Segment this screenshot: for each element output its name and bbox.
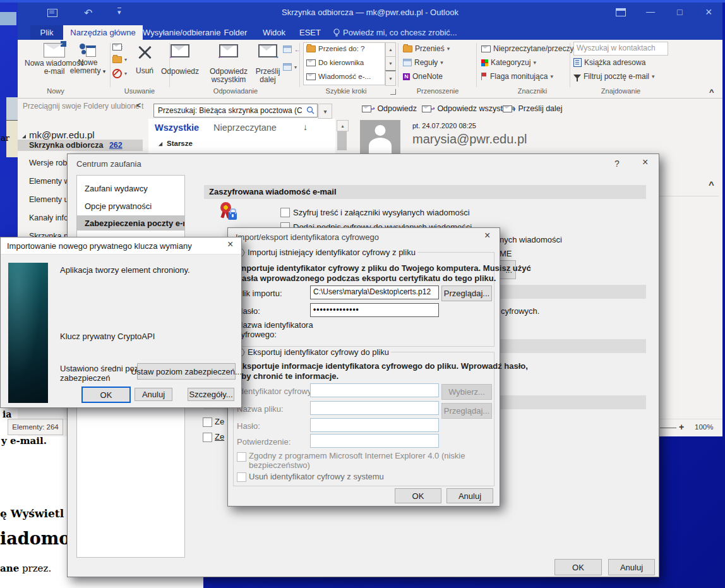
ribbon-display-options-icon[interactable] [616,8,626,16]
tab-home[interactable]: Narzędzia główne [63,25,143,40]
password-field[interactable]: •••••••••••••• [310,303,439,317]
tab-view[interactable]: Widok [256,25,292,40]
flag-icon [481,73,488,80]
ignore-button[interactable]: × [112,44,123,51]
quick-steps-scroll-up[interactable]: ▴ [385,42,396,57]
ok-button[interactable]: OK [554,559,602,575]
encrypt-checkbox[interactable] [280,208,290,217]
group-expander-icon[interactable] [159,142,162,146]
collapse-header-icon[interactable]: ^ [709,179,714,190]
chevron-down-icon: ▾ [103,68,106,75]
address-book-button[interactable]: Książka adresowa [573,58,645,67]
mailbox-search-box[interactable]: Przeszukaj: Bieżąca skrzynka pocztowa (C… [153,104,318,117]
tab-file[interactable]: Plik [30,25,63,40]
quick-step-to-manager[interactable]: Do kierownika [306,59,364,66]
reading-reply-label: Odpowiedz [377,104,417,113]
account-expander-icon[interactable] [22,135,26,138]
junk-button[interactable]: ▾ [112,69,127,78]
reading-forward-button[interactable]: ↪ Prześlij dalej [503,104,563,113]
reading-reply-button[interactable]: ↩ Odpowiedz [362,104,417,113]
script-checkbox-1[interactable] [203,417,212,427]
new-items-button[interactable]: Nowe elementy ▾ [68,43,107,76]
rules-button[interactable]: Reguły▾ [403,58,443,67]
reply-all-button[interactable]: ← Odpowiedz wszystkim [205,44,253,84]
group-divider [299,43,300,87]
envelope-icon [306,59,316,66]
meeting-button[interactable]: ← [283,45,301,53]
ie4-compat-checkbox [237,452,246,462]
quick-step-move-to[interactable]: Przenieś do: ? [306,45,365,52]
zoom-in-icon[interactable]: + [679,422,684,432]
tab-folder[interactable]: Folder [220,25,251,40]
message-sender[interactable]: marysia@pwr.edu.pl [412,132,527,147]
collapse-ribbon-icon[interactable]: ^ [709,87,714,97]
chevron-down-icon: ▾ [550,73,553,80]
rules-icon [403,59,412,66]
cryptoapi-key-text: Klucz prywatny CryptoAPI [60,332,155,341]
follow-up-button[interactable]: Flaga monitująca▾ [481,72,553,81]
tellme-box[interactable]: Powiedz mi, co chcesz zrobić... [343,25,450,40]
im-button[interactable]: ▾ [283,63,297,71]
import-radio-label[interactable]: Importuj istniejący identyfikator cyfrow… [246,248,417,257]
minimize-icon[interactable]: — [646,6,655,16]
export-radio-label[interactable]: Eksportuj identyfikator cyfrowy do pliku [246,347,391,357]
search-icon [306,106,315,114]
tab-send-receive[interactable]: Wysyłanie/odbieranie [143,25,220,40]
details-button[interactable]: Szczegóły... [188,388,234,401]
close-icon[interactable]: × [642,158,648,167]
import-file-field[interactable]: C:\Users\maryla\Desktop\certs.p12 [310,285,439,299]
tab-eset[interactable]: ESET [296,25,325,40]
categorize-button[interactable]: Kategoryzuj▾ [481,58,536,67]
set-security-level-button[interactable]: Ustaw poziom zabezpieczeń... [137,363,236,380]
cleanup-button[interactable]: ▾ [112,56,127,63]
zoom-level[interactable]: 100% [695,423,713,431]
close-icon[interactable]: × [227,240,233,249]
forward-icon [503,105,512,112]
cancel-button[interactable]: Anuluj [135,388,172,401]
unread-read-button[interactable]: Nieprzeczytane/przeczytane [481,44,589,53]
close-icon[interactable]: × [705,6,712,19]
clipped-text-fragment: nych wiadomości [500,235,562,244]
quick-steps-dialog-launcher-icon[interactable] [390,89,396,95]
zoom-slider-track[interactable] [660,428,676,428]
ie4-compat-label-1: Zgodny z programem Microsoft Internet Ex… [249,451,465,460]
avatar [360,120,400,153]
sort-icon[interactable]: ↓ [303,122,308,132]
script-checkbox-2-label[interactable]: Ze [215,432,224,441]
document-text-bold: ane [0,563,19,574]
onenote-button[interactable]: NOneNote [403,72,443,81]
quick-steps-scroll-down[interactable]: ▾ [385,56,396,71]
forward-button[interactable]: → Prześlij dalej [253,44,283,84]
list-scrollbar-thumb[interactable] [337,131,347,150]
move-button[interactable]: Przenieś▾ [403,44,450,53]
quick-step-team-email[interactable]: Wiadomość e-... [306,73,371,80]
reading-reply-all-button[interactable]: ↩ Odpowiedz wszystkim [422,104,515,113]
ok-button[interactable]: OK [395,488,441,503]
search-scope-dropdown[interactable]: ▾ [318,104,332,119]
cancel-button[interactable]: Anuluj [608,559,655,575]
screen-top-edge [0,0,725,3]
ok-button[interactable]: OK [81,387,131,403]
nav-item-trusted-publishers[interactable]: Zaufani wydawcy [85,184,148,193]
quick-steps-more[interactable]: ▾ [385,70,396,86]
nav-item-email-security[interactable]: Zabezpieczenia poczty e-mail [85,219,185,228]
close-icon[interactable]: × [484,231,490,240]
encrypt-checkbox-label[interactable]: Szyfruj treść i załączniki wysyłanych wi… [293,208,470,217]
list-tab-all[interactable]: Wszystkie [155,123,199,133]
account-name[interactable]: mk@pwr.edu.pl [29,129,95,140]
list-group-older[interactable]: Starsze [167,140,193,147]
sidebar-item-inbox[interactable]: Skrzynka odbiorcza 262 [29,141,123,150]
script-checkbox-2[interactable] [203,433,212,442]
list-scrollbar-up[interactable]: ▴ [337,120,349,131]
cancel-button[interactable]: Anuluj [446,488,493,503]
help-icon[interactable]: ? [614,159,620,168]
contacts-search-input[interactable]: Wyszukaj w kontaktach [573,42,668,56]
reply-button[interactable]: ← Odpowiedz [157,44,203,76]
filter-email-button[interactable]: Filtruj pocztę e-mail▾ [573,72,655,81]
nav-item-privacy-options[interactable]: Opcje prywatności [85,201,152,211]
browse-button[interactable]: Przeglądaj... [441,285,492,301]
script-checkbox-1-label[interactable]: Ze [215,417,224,426]
collapse-folder-pane-icon[interactable]: < [136,101,141,110]
list-tab-unread[interactable]: Nieprzeczytane [213,123,277,133]
maximize-icon[interactable]: □ [677,7,682,17]
